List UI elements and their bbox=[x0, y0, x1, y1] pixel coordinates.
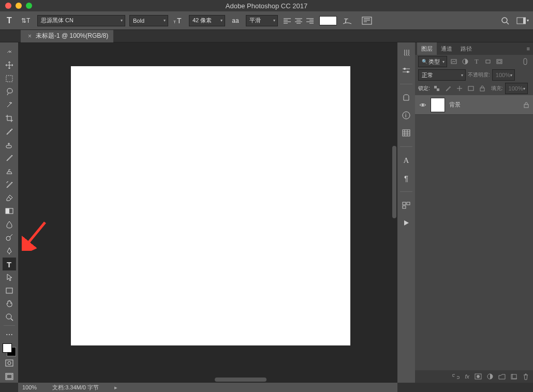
warp-text-icon[interactable]: T bbox=[341, 14, 353, 27]
lock-artboard-icon[interactable] bbox=[466, 84, 476, 93]
status-arrow-icon[interactable]: ▸ bbox=[114, 384, 117, 391]
dodge-tool[interactable] bbox=[3, 231, 16, 244]
minimize-window-button[interactable] bbox=[16, 3, 22, 9]
foreground-color[interactable] bbox=[3, 343, 12, 353]
svg-rect-17 bbox=[362, 17, 372, 24]
crop-tool[interactable] bbox=[3, 112, 16, 125]
character-panel-icon[interactable]: A bbox=[400, 154, 412, 167]
delete-layer-icon[interactable] bbox=[523, 373, 529, 380]
lock-position-icon[interactable] bbox=[455, 84, 464, 93]
group-icon[interactable] bbox=[498, 374, 506, 380]
lock-icon[interactable] bbox=[524, 102, 529, 108]
align-center-button[interactable] bbox=[293, 16, 304, 26]
layers-tab[interactable]: 图层 bbox=[417, 42, 437, 55]
svg-rect-57 bbox=[486, 60, 490, 63]
quick-mask-tool[interactable] bbox=[3, 357, 16, 370]
svg-text:⇅T: ⇅T bbox=[21, 17, 31, 24]
fill-input[interactable]: 100% ▾ bbox=[505, 83, 528, 94]
new-layer-icon[interactable] bbox=[511, 373, 517, 380]
rectangle-tool[interactable] bbox=[3, 284, 16, 297]
brush-tool[interactable] bbox=[3, 152, 16, 164]
layer-visibility-icon[interactable] bbox=[419, 102, 426, 108]
text-orientation-icon[interactable]: ⇅T bbox=[21, 14, 33, 27]
paragraph-panel-icon[interactable]: ¶ bbox=[400, 172, 412, 184]
filter-smart-icon[interactable] bbox=[495, 57, 504, 66]
chevron-down-icon: ▾ bbox=[523, 86, 525, 91]
blend-mode-dropdown[interactable]: 正常 ▾ bbox=[418, 69, 466, 81]
filter-pixel-icon[interactable] bbox=[449, 57, 458, 66]
link-layers-icon[interactable] bbox=[452, 374, 460, 379]
hand-tool[interactable] bbox=[3, 297, 16, 310]
status-bar: 100% 文档:3.34M/0 字节 ▸ bbox=[18, 383, 397, 392]
libraries-panel-icon[interactable] bbox=[400, 92, 412, 104]
lock-all-icon[interactable] bbox=[478, 84, 487, 93]
type-tool[interactable]: T bbox=[3, 258, 16, 270]
svg-rect-52 bbox=[403, 202, 406, 205]
color-picker[interactable] bbox=[3, 343, 16, 356]
search-icon[interactable] bbox=[499, 14, 511, 27]
expand-tools-icon[interactable] bbox=[3, 46, 16, 58]
swatches-panel-icon[interactable] bbox=[400, 127, 412, 139]
doc-info[interactable]: 文档:3.34M/0 字节 bbox=[52, 384, 99, 391]
history-brush-tool[interactable] bbox=[3, 178, 16, 191]
eyedropper-tool[interactable] bbox=[3, 125, 16, 138]
align-left-button[interactable] bbox=[282, 16, 292, 26]
move-tool[interactable] bbox=[3, 59, 16, 72]
layer-thumbnail[interactable] bbox=[431, 98, 445, 112]
tools-panel: T ⋯ bbox=[0, 42, 18, 383]
magic-wand-tool[interactable] bbox=[3, 99, 16, 112]
filter-adjustment-icon[interactable] bbox=[461, 57, 470, 66]
font-size-dropdown[interactable]: 42 像素 ▾ bbox=[189, 15, 225, 26]
channels-tab[interactable]: 通道 bbox=[437, 42, 456, 55]
canvas-area[interactable] bbox=[18, 42, 397, 383]
layers-footer: fx bbox=[415, 370, 533, 383]
opacity-input[interactable]: 100% ▾ bbox=[492, 69, 515, 81]
font-weight-dropdown[interactable]: Bold ▾ bbox=[129, 15, 168, 26]
edit-toolbar-icon[interactable]: ⋯ bbox=[3, 328, 16, 341]
filter-type-icon[interactable]: T bbox=[472, 57, 481, 66]
marquee-tool[interactable] bbox=[3, 72, 16, 85]
lock-transparency-icon[interactable] bbox=[432, 84, 441, 93]
layer-style-icon[interactable]: fx bbox=[465, 373, 469, 380]
vertical-scrollbar[interactable] bbox=[392, 146, 396, 218]
zoom-level[interactable]: 100% bbox=[22, 384, 37, 390]
glyphs-panel-icon[interactable] bbox=[400, 199, 412, 212]
path-selection-tool[interactable] bbox=[3, 271, 16, 284]
info-panel-icon[interactable]: i bbox=[400, 109, 412, 122]
lasso-tool[interactable] bbox=[3, 85, 16, 98]
zoom-tool[interactable] bbox=[3, 311, 16, 324]
filter-type-dropdown[interactable]: 🔍类型 ▾ bbox=[418, 56, 447, 67]
blur-tool[interactable] bbox=[3, 218, 16, 231]
clone-stamp-tool[interactable] bbox=[3, 165, 16, 178]
document-tab[interactable]: × 未标题-1 @ 100%(RGB/8) bbox=[21, 30, 113, 42]
play-icon[interactable] bbox=[400, 217, 412, 229]
text-color-swatch[interactable] bbox=[319, 16, 337, 25]
character-panel-icon[interactable] bbox=[361, 14, 373, 27]
lock-image-icon[interactable] bbox=[443, 84, 453, 93]
canvas[interactable] bbox=[71, 66, 350, 345]
antialiasing-dropdown[interactable]: 平滑 ▾ bbox=[246, 15, 278, 26]
healing-brush-tool[interactable] bbox=[3, 138, 16, 151]
workspace-switcher-icon[interactable]: ▾ bbox=[516, 14, 529, 27]
pen-tool[interactable] bbox=[3, 245, 16, 258]
paths-tab[interactable]: 路径 bbox=[456, 42, 476, 55]
eraser-tool[interactable] bbox=[3, 191, 16, 204]
maximize-window-button[interactable] bbox=[26, 3, 32, 9]
font-family-dropdown[interactable]: 思源黑体 CN ▾ bbox=[37, 15, 125, 26]
screen-mode-tool[interactable] bbox=[3, 370, 16, 383]
gradient-tool[interactable] bbox=[3, 205, 16, 218]
brushes-panel-icon[interactable] bbox=[400, 47, 412, 59]
close-window-button[interactable] bbox=[5, 3, 11, 9]
layer-mask-icon[interactable] bbox=[475, 373, 482, 380]
layer-item[interactable]: 背景 bbox=[415, 95, 533, 115]
align-right-button[interactable] bbox=[305, 16, 315, 26]
filter-toggle-icon[interactable] bbox=[521, 57, 530, 66]
close-tab-icon[interactable]: × bbox=[28, 33, 32, 40]
adjustment-layer-icon[interactable] bbox=[487, 373, 493, 380]
horizontal-scrollbar[interactable] bbox=[215, 378, 266, 382]
tool-preset-icon[interactable]: T bbox=[4, 14, 17, 27]
document-tab-title: 未标题-1 @ 100%(RGB/8) bbox=[36, 32, 108, 40]
adjustments-panel-icon[interactable] bbox=[400, 64, 412, 77]
panel-menu-icon[interactable]: ≡ bbox=[527, 46, 533, 52]
filter-shape-icon[interactable] bbox=[483, 57, 493, 66]
